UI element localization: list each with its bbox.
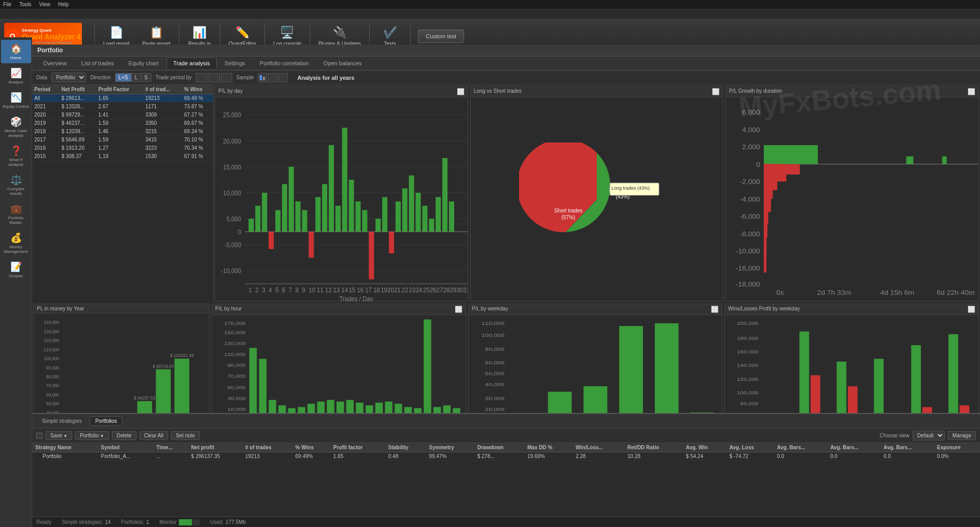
status-ready: Ready <box>36 519 51 525</box>
bottom-table-row[interactable]: Portfolio Portfolio_A... ... $ 286137.35… <box>32 452 980 461</box>
table-row[interactable]: 2018 $ 12039... 1.46 3215 69.24 % <box>32 127 213 136</box>
svg-rect-34 <box>356 202 361 232</box>
direction-s[interactable]: S <box>141 74 151 81</box>
menu-help[interactable]: Help <box>58 2 69 7</box>
bottom-col-header: % Wins <box>292 443 330 452</box>
svg-rect-27 <box>309 232 314 258</box>
sidebar-item-equity-control[interactable]: 📉 Equity Control <box>1 89 31 112</box>
sidebar-item-scripter[interactable]: 📝 Scripter <box>1 258 31 281</box>
svg-rect-245 <box>848 386 858 413</box>
svg-rect-178 <box>414 408 422 413</box>
svg-text:3: 3 <box>262 286 265 294</box>
sidebar-item-monte-carlo[interactable]: 🎲 Monte Carlo analysis <box>1 113 31 141</box>
simple-strategies-label: Simple strategies: <box>62 519 103 525</box>
tab-list-of-trades[interactable]: List of trades <box>75 58 121 69</box>
svg-rect-137 <box>137 401 152 413</box>
svg-text:26: 26 <box>430 286 437 294</box>
tab-portfolio-correlation[interactable]: Portfolio correlation <box>253 58 316 69</box>
sidebar-item-portfolio-master[interactable]: 💼 Portfolio Master <box>1 200 31 228</box>
pl-by-hour-expand[interactable]: ⬜ <box>455 306 463 313</box>
svg-text:0: 0 <box>757 161 761 168</box>
svg-text:Long trades (43%): Long trades (43%) <box>611 186 650 191</box>
choose-view-label: Choose view <box>880 433 909 438</box>
long-short-expand[interactable]: ⬜ <box>712 88 720 95</box>
table-row[interactable]: 2017 $ 5646.89 1.59 3415 70.10 % <box>32 136 213 144</box>
sidebar-item-money-mgmt[interactable]: 💰 Money Management <box>1 229 31 257</box>
table-row[interactable]: 2015 $ 308.37 1.19 1530 67.91 % <box>32 152 213 161</box>
svg-rect-46 <box>436 197 441 232</box>
sample-btn-3[interactable] <box>278 73 288 82</box>
sidebar-item-home[interactable]: 🏠 Home <box>1 40 31 63</box>
custom-test-button[interactable]: Custom test <box>418 30 464 43</box>
cell-wins: 69.24 % <box>182 127 213 136</box>
sidebar-item-analyze[interactable]: 📈 Analyze <box>1 64 31 88</box>
choose-view-select[interactable]: Default <box>913 431 945 440</box>
svg-text:120,000: 120,000 <box>44 338 60 343</box>
tab-portfolios[interactable]: Portfolios <box>90 416 123 426</box>
pl-by-weekday-chart: P/L by weekday ⬜ 110,000 100,000 80,000 … <box>468 304 723 413</box>
save-btn[interactable]: Save <box>46 431 72 440</box>
pl-growth-expand[interactable]: ⬜ <box>968 88 975 95</box>
clear-all-btn[interactable]: Clear All <box>139 431 168 440</box>
svg-text:0: 0 <box>238 228 241 236</box>
pl-by-day-expand[interactable]: ⬜ <box>457 88 465 95</box>
portfolio-btn[interactable]: Portfolio <box>75 431 109 440</box>
bt-cell-avg-loss: $ -74.72 <box>726 452 774 461</box>
svg-text:16: 16 <box>357 286 363 294</box>
cell-wins: 67.27 % <box>182 111 213 119</box>
svg-rect-21 <box>269 232 274 249</box>
bottom-col-header: Symmetry <box>426 443 474 452</box>
pl-by-weekday-expand[interactable]: ⬜ <box>711 306 719 313</box>
delete-btn[interactable]: Delete <box>112 431 136 440</box>
svg-text:-18,000: -18,000 <box>736 280 761 288</box>
bottom-col-header: Avg. Bars... <box>774 443 827 452</box>
tab-simple-strategies[interactable]: Simple strategies <box>36 416 88 426</box>
svg-rect-218 <box>548 392 571 413</box>
data-select[interactable]: Portfolio <box>51 73 86 82</box>
svg-text:-2,000: -2,000 <box>740 178 761 186</box>
svg-text:20,000: 20,000 <box>485 407 505 412</box>
bt-cell-max-dd: 19.69% <box>524 452 572 461</box>
sidebar-item-compare[interactable]: ⚖️ Compare results <box>1 171 31 199</box>
period-btn-1[interactable] <box>196 73 207 82</box>
svg-rect-39 <box>389 232 394 253</box>
wins-losses-chart: Wins/Losses Profit by weekday ⬜ 200,000 … <box>724 304 979 413</box>
svg-text:$ 99729.07: $ 99729.07 <box>152 364 174 369</box>
svg-rect-23 <box>282 184 287 232</box>
svg-text:15,000: 15,000 <box>223 163 241 171</box>
tab-equity-chart[interactable]: Equity chart <box>122 58 165 69</box>
menu-tools[interactable]: Tools <box>19 2 31 7</box>
tab-trade-analysis[interactable]: Trade analysis <box>166 58 217 69</box>
period-btn-3[interactable] <box>221 73 232 82</box>
cell-net-profit: $ 46237... <box>60 119 96 127</box>
tab-settings[interactable]: Settings <box>218 58 252 69</box>
svg-text:7: 7 <box>289 286 292 294</box>
period-btn-2[interactable] <box>208 73 220 82</box>
table-row[interactable]: 2021 $ 12026... 2.67 1171 73.87 % <box>32 103 213 111</box>
wins-losses-expand[interactable]: ⬜ <box>968 306 975 313</box>
bottom-col-header: Avg. Bars... <box>827 443 880 452</box>
direction-l[interactable]: L <box>132 74 142 81</box>
svg-rect-243 <box>811 375 821 413</box>
select-all-check[interactable] <box>36 433 43 439</box>
table-row[interactable]: 2020 $ 99729... 1.41 3309 67.27 % <box>32 111 213 119</box>
sample-btn-1[interactable] <box>258 73 267 82</box>
cell-profit-factor: 1.41 <box>96 111 144 119</box>
table-row[interactable]: 2016 $ 1913.20 1.27 3223 70.34 % <box>32 144 213 152</box>
tab-open-balances[interactable]: Open balances <box>317 58 369 69</box>
manage-btn[interactable]: Manage <box>948 431 976 440</box>
tab-overview[interactable]: Overview <box>36 58 74 69</box>
sample-btn-2[interactable] <box>268 73 277 82</box>
bottom-col-header: Exposure <box>934 443 980 452</box>
direction-ls[interactable]: L+S <box>116 74 132 81</box>
svg-rect-181 <box>443 405 451 413</box>
svg-text:140,000: 140,000 <box>737 363 759 368</box>
sidebar-item-what-if[interactable]: ❓ What If analysis <box>1 142 31 170</box>
set-note-btn[interactable]: Set note <box>171 431 200 440</box>
table-row[interactable]: All $ 28613... 1.65 19213 69.49 % <box>32 94 213 103</box>
menu-view[interactable]: View <box>39 2 50 7</box>
table-row[interactable]: 2019 $ 46237... 1.59 3350 69.67 % <box>32 119 213 127</box>
svg-text:6: 6 <box>282 286 285 294</box>
svg-rect-38 <box>382 197 387 232</box>
menu-file[interactable]: File <box>3 2 11 7</box>
